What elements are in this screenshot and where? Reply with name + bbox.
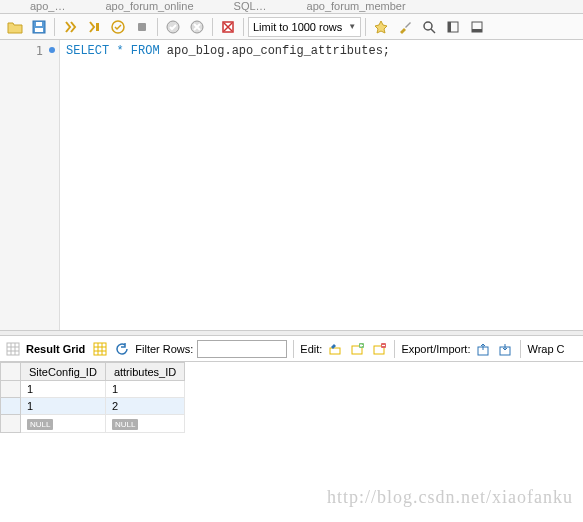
code-area[interactable]: SELECT * FROM apo_blog.apo_config_attrib… xyxy=(60,40,583,330)
editor-tabs: apo_… apo_forum_online SQL… apo_forum_me… xyxy=(0,0,583,14)
chevron-down-icon: ▼ xyxy=(348,22,356,31)
tab-item[interactable]: apo_… xyxy=(30,0,65,13)
table-row-null[interactable]: NULL NULL xyxy=(1,415,185,433)
line-number: 1 xyxy=(36,44,43,58)
row-header[interactable] xyxy=(1,381,21,398)
execute-current-icon[interactable] xyxy=(83,16,105,38)
row-header[interactable] xyxy=(1,415,21,433)
filter-rows-label: Filter Rows: xyxy=(135,343,193,355)
svg-point-9 xyxy=(424,22,432,30)
svg-rect-5 xyxy=(138,23,146,31)
column-header[interactable]: SiteConfig_ID xyxy=(21,363,106,381)
result-grid[interactable]: SiteConfig_ID attributes_ID 1 1 1 2 NULL… xyxy=(0,362,185,433)
add-row-icon[interactable] xyxy=(348,340,366,358)
cell[interactable]: 1 xyxy=(21,381,106,398)
result-grid-icon[interactable] xyxy=(4,340,22,358)
stop-icon[interactable] xyxy=(131,16,153,38)
export-import-label: Export/Import: xyxy=(401,343,470,355)
rollback-icon[interactable] xyxy=(186,16,208,38)
sql-editor[interactable]: 1 SELECT * FROM apo_blog.apo_config_attr… xyxy=(0,40,583,330)
cell[interactable]: 1 xyxy=(21,398,106,415)
svg-rect-15 xyxy=(94,343,106,355)
search-icon[interactable] xyxy=(418,16,440,38)
row-limit-label: Limit to 1000 rows xyxy=(253,21,342,33)
line-gutter: 1 xyxy=(0,40,60,330)
sql-toolbar: Limit to 1000 rows ▼ xyxy=(0,14,583,40)
breakpoint-dot-icon xyxy=(49,47,55,53)
explain-icon[interactable] xyxy=(107,16,129,38)
svg-rect-3 xyxy=(96,23,99,31)
commit-icon[interactable] xyxy=(162,16,184,38)
column-header[interactable]: attributes_ID xyxy=(105,363,184,381)
save-icon[interactable] xyxy=(28,16,50,38)
null-badge: NULL xyxy=(112,419,138,430)
sql-text: apo_blog.apo_config_attributes; xyxy=(160,44,390,58)
svg-rect-1 xyxy=(35,28,43,32)
tab-item[interactable]: apo_forum_member xyxy=(307,0,406,13)
refresh-icon[interactable] xyxy=(113,340,131,358)
svg-rect-14 xyxy=(7,343,19,355)
cell[interactable]: 2 xyxy=(105,398,184,415)
row-header[interactable] xyxy=(1,398,21,415)
brush-icon[interactable] xyxy=(394,16,416,38)
sql-keyword: SELECT * FROM xyxy=(66,44,160,58)
svg-rect-16 xyxy=(330,348,340,354)
panel-toggle-1-icon[interactable] xyxy=(442,16,464,38)
wrap-cell-label: Wrap C xyxy=(527,343,564,355)
export-icon[interactable] xyxy=(474,340,492,358)
edit-row-icon[interactable] xyxy=(326,340,344,358)
table-row[interactable]: 1 2 xyxy=(1,398,185,415)
row-header-corner xyxy=(1,363,21,381)
tab-item[interactable]: apo_forum_online xyxy=(105,0,193,13)
svg-rect-2 xyxy=(36,22,42,26)
result-toolbar: Result Grid Filter Rows: Edit: Export/Im… xyxy=(0,336,583,362)
svg-rect-11 xyxy=(448,22,451,32)
tab-item[interactable]: SQL… xyxy=(234,0,267,13)
cell[interactable]: 1 xyxy=(105,381,184,398)
watermark-text: http://blog.csdn.net/xiaofanku xyxy=(327,487,573,508)
open-file-icon[interactable] xyxy=(4,16,26,38)
cell-null[interactable]: NULL xyxy=(21,415,106,433)
panel-toggle-2-icon[interactable] xyxy=(466,16,488,38)
row-limit-dropdown[interactable]: Limit to 1000 rows ▼ xyxy=(248,17,361,37)
cell-null[interactable]: NULL xyxy=(105,415,184,433)
null-badge: NULL xyxy=(27,419,53,430)
filter-rows-input[interactable] xyxy=(197,340,287,358)
table-row[interactable]: 1 1 xyxy=(1,381,185,398)
execute-icon[interactable] xyxy=(59,16,81,38)
autocommit-icon[interactable] xyxy=(217,16,239,38)
import-icon[interactable] xyxy=(496,340,514,358)
grid-view-icon[interactable] xyxy=(91,340,109,358)
edit-label: Edit: xyxy=(300,343,322,355)
beautify-icon[interactable] xyxy=(370,16,392,38)
svg-rect-13 xyxy=(472,29,482,32)
result-grid-label: Result Grid xyxy=(26,343,85,355)
delete-row-icon[interactable] xyxy=(370,340,388,358)
